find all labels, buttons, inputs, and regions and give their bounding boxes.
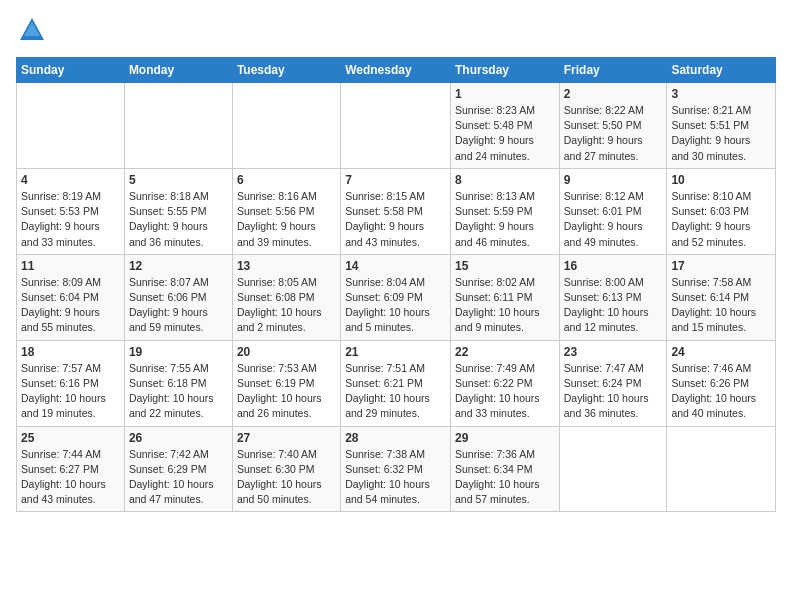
day-info: Sunrise: 8:23 AM Sunset: 5:48 PM Dayligh… (455, 103, 555, 164)
calendar-cell: 29Sunrise: 7:36 AM Sunset: 6:34 PM Dayli… (450, 426, 559, 512)
calendar-cell: 11Sunrise: 8:09 AM Sunset: 6:04 PM Dayli… (17, 254, 125, 340)
day-number: 21 (345, 345, 446, 359)
calendar-week-3: 11Sunrise: 8:09 AM Sunset: 6:04 PM Dayli… (17, 254, 776, 340)
weekday-header-wednesday: Wednesday (341, 58, 451, 83)
day-info: Sunrise: 7:53 AM Sunset: 6:19 PM Dayligh… (237, 361, 336, 422)
calendar-cell: 7Sunrise: 8:15 AM Sunset: 5:58 PM Daylig… (341, 168, 451, 254)
calendar-table: SundayMondayTuesdayWednesdayThursdayFrid… (16, 57, 776, 512)
day-number: 27 (237, 431, 336, 445)
calendar-cell: 18Sunrise: 7:57 AM Sunset: 6:16 PM Dayli… (17, 340, 125, 426)
calendar-cell: 16Sunrise: 8:00 AM Sunset: 6:13 PM Dayli… (559, 254, 667, 340)
calendar-cell (124, 83, 232, 169)
calendar-cell: 25Sunrise: 7:44 AM Sunset: 6:27 PM Dayli… (17, 426, 125, 512)
logo-text (16, 16, 46, 49)
calendar-cell (341, 83, 451, 169)
calendar-cell: 3Sunrise: 8:21 AM Sunset: 5:51 PM Daylig… (667, 83, 776, 169)
calendar-week-2: 4Sunrise: 8:19 AM Sunset: 5:53 PM Daylig… (17, 168, 776, 254)
calendar-header: SundayMondayTuesdayWednesdayThursdayFrid… (17, 58, 776, 83)
calendar-cell: 14Sunrise: 8:04 AM Sunset: 6:09 PM Dayli… (341, 254, 451, 340)
calendar-cell: 23Sunrise: 7:47 AM Sunset: 6:24 PM Dayli… (559, 340, 667, 426)
calendar-cell (667, 426, 776, 512)
calendar-cell: 6Sunrise: 8:16 AM Sunset: 5:56 PM Daylig… (232, 168, 340, 254)
day-info: Sunrise: 8:07 AM Sunset: 6:06 PM Dayligh… (129, 275, 228, 336)
day-info: Sunrise: 8:15 AM Sunset: 5:58 PM Dayligh… (345, 189, 446, 250)
day-info: Sunrise: 7:42 AM Sunset: 6:29 PM Dayligh… (129, 447, 228, 508)
day-info: Sunrise: 8:10 AM Sunset: 6:03 PM Dayligh… (671, 189, 771, 250)
calendar-cell: 24Sunrise: 7:46 AM Sunset: 6:26 PM Dayli… (667, 340, 776, 426)
calendar-cell: 20Sunrise: 7:53 AM Sunset: 6:19 PM Dayli… (232, 340, 340, 426)
day-number: 8 (455, 173, 555, 187)
calendar-cell: 5Sunrise: 8:18 AM Sunset: 5:55 PM Daylig… (124, 168, 232, 254)
calendar-cell (17, 83, 125, 169)
calendar-cell: 26Sunrise: 7:42 AM Sunset: 6:29 PM Dayli… (124, 426, 232, 512)
day-info: Sunrise: 8:02 AM Sunset: 6:11 PM Dayligh… (455, 275, 555, 336)
weekday-header-tuesday: Tuesday (232, 58, 340, 83)
calendar-cell: 13Sunrise: 8:05 AM Sunset: 6:08 PM Dayli… (232, 254, 340, 340)
day-number: 2 (564, 87, 663, 101)
page-header (16, 16, 776, 49)
day-info: Sunrise: 8:21 AM Sunset: 5:51 PM Dayligh… (671, 103, 771, 164)
weekday-header-row: SundayMondayTuesdayWednesdayThursdayFrid… (17, 58, 776, 83)
calendar-cell (559, 426, 667, 512)
day-info: Sunrise: 7:46 AM Sunset: 6:26 PM Dayligh… (671, 361, 771, 422)
day-info: Sunrise: 8:05 AM Sunset: 6:08 PM Dayligh… (237, 275, 336, 336)
day-info: Sunrise: 8:04 AM Sunset: 6:09 PM Dayligh… (345, 275, 446, 336)
day-number: 1 (455, 87, 555, 101)
day-number: 14 (345, 259, 446, 273)
day-number: 22 (455, 345, 555, 359)
calendar-body: 1Sunrise: 8:23 AM Sunset: 5:48 PM Daylig… (17, 83, 776, 512)
calendar-cell: 22Sunrise: 7:49 AM Sunset: 6:22 PM Dayli… (450, 340, 559, 426)
day-info: Sunrise: 7:47 AM Sunset: 6:24 PM Dayligh… (564, 361, 663, 422)
calendar-cell: 28Sunrise: 7:38 AM Sunset: 6:32 PM Dayli… (341, 426, 451, 512)
calendar-week-5: 25Sunrise: 7:44 AM Sunset: 6:27 PM Dayli… (17, 426, 776, 512)
day-number: 9 (564, 173, 663, 187)
calendar-cell: 1Sunrise: 8:23 AM Sunset: 5:48 PM Daylig… (450, 83, 559, 169)
day-info: Sunrise: 8:12 AM Sunset: 6:01 PM Dayligh… (564, 189, 663, 250)
day-info: Sunrise: 7:51 AM Sunset: 6:21 PM Dayligh… (345, 361, 446, 422)
day-info: Sunrise: 7:38 AM Sunset: 6:32 PM Dayligh… (345, 447, 446, 508)
day-info: Sunrise: 7:49 AM Sunset: 6:22 PM Dayligh… (455, 361, 555, 422)
calendar-cell: 10Sunrise: 8:10 AM Sunset: 6:03 PM Dayli… (667, 168, 776, 254)
day-number: 23 (564, 345, 663, 359)
weekday-header-saturday: Saturday (667, 58, 776, 83)
day-number: 18 (21, 345, 120, 359)
day-number: 5 (129, 173, 228, 187)
day-number: 20 (237, 345, 336, 359)
weekday-header-sunday: Sunday (17, 58, 125, 83)
calendar-week-4: 18Sunrise: 7:57 AM Sunset: 6:16 PM Dayli… (17, 340, 776, 426)
day-number: 7 (345, 173, 446, 187)
weekday-header-friday: Friday (559, 58, 667, 83)
day-number: 16 (564, 259, 663, 273)
day-number: 4 (21, 173, 120, 187)
day-number: 12 (129, 259, 228, 273)
day-number: 19 (129, 345, 228, 359)
day-number: 28 (345, 431, 446, 445)
calendar-cell: 27Sunrise: 7:40 AM Sunset: 6:30 PM Dayli… (232, 426, 340, 512)
weekday-header-thursday: Thursday (450, 58, 559, 83)
day-info: Sunrise: 8:18 AM Sunset: 5:55 PM Dayligh… (129, 189, 228, 250)
day-info: Sunrise: 8:22 AM Sunset: 5:50 PM Dayligh… (564, 103, 663, 164)
day-info: Sunrise: 8:16 AM Sunset: 5:56 PM Dayligh… (237, 189, 336, 250)
calendar-cell: 9Sunrise: 8:12 AM Sunset: 6:01 PM Daylig… (559, 168, 667, 254)
day-number: 11 (21, 259, 120, 273)
calendar-cell: 2Sunrise: 8:22 AM Sunset: 5:50 PM Daylig… (559, 83, 667, 169)
day-number: 3 (671, 87, 771, 101)
calendar-cell: 8Sunrise: 8:13 AM Sunset: 5:59 PM Daylig… (450, 168, 559, 254)
calendar-cell: 4Sunrise: 8:19 AM Sunset: 5:53 PM Daylig… (17, 168, 125, 254)
day-info: Sunrise: 7:57 AM Sunset: 6:16 PM Dayligh… (21, 361, 120, 422)
day-number: 17 (671, 259, 771, 273)
day-number: 13 (237, 259, 336, 273)
calendar-cell: 21Sunrise: 7:51 AM Sunset: 6:21 PM Dayli… (341, 340, 451, 426)
calendar-cell: 17Sunrise: 7:58 AM Sunset: 6:14 PM Dayli… (667, 254, 776, 340)
day-info: Sunrise: 7:40 AM Sunset: 6:30 PM Dayligh… (237, 447, 336, 508)
day-info: Sunrise: 8:00 AM Sunset: 6:13 PM Dayligh… (564, 275, 663, 336)
day-info: Sunrise: 7:44 AM Sunset: 6:27 PM Dayligh… (21, 447, 120, 508)
day-number: 26 (129, 431, 228, 445)
day-info: Sunrise: 7:36 AM Sunset: 6:34 PM Dayligh… (455, 447, 555, 508)
day-number: 6 (237, 173, 336, 187)
day-info: Sunrise: 7:55 AM Sunset: 6:18 PM Dayligh… (129, 361, 228, 422)
day-info: Sunrise: 8:19 AM Sunset: 5:53 PM Dayligh… (21, 189, 120, 250)
logo-icon (18, 16, 46, 44)
day-number: 15 (455, 259, 555, 273)
calendar-cell (232, 83, 340, 169)
